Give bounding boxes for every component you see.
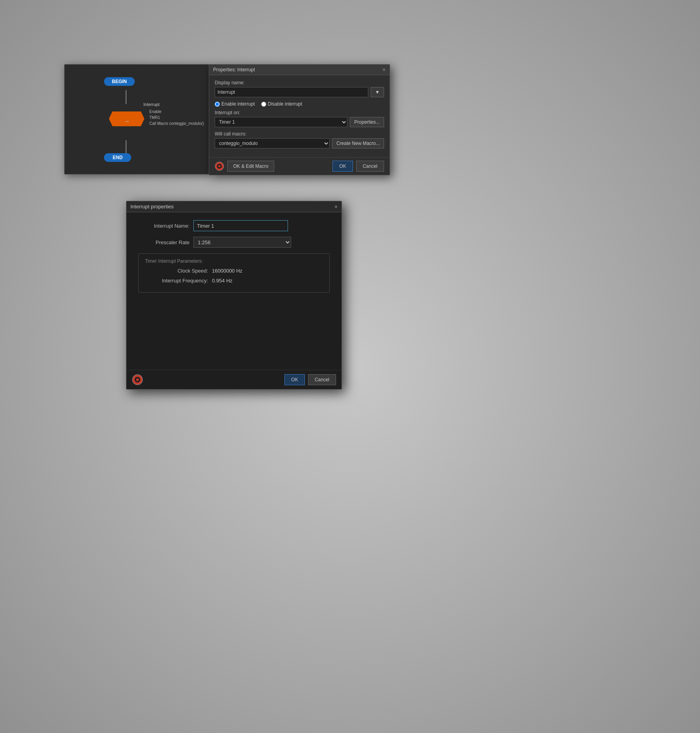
- interrupt-name-input[interactable]: [193, 220, 288, 231]
- clock-speed-value: 16000000 Hz: [212, 268, 242, 274]
- interrupt-properties-dialog: Interrupt properties × Interrupt Name: P…: [126, 201, 342, 390]
- display-name-input[interactable]: [215, 87, 368, 97]
- begin-node: BEGIN: [104, 77, 135, 86]
- props-dialog-titlebar: Properties: Interrupt ×: [209, 65, 390, 75]
- properties-interrupt-dialog: Properties: Interrupt × Display name: ▼ …: [209, 64, 390, 175]
- props-dialog-close-button[interactable]: ×: [382, 67, 386, 72]
- disable-interrupt-radio[interactable]: [261, 102, 266, 107]
- clock-speed-label: Clock Speed:: [145, 268, 208, 274]
- prescaler-rate-wrapper: 1:256: [193, 237, 291, 248]
- interrupt-props-footer: OK Cancel: [126, 370, 342, 389]
- interrupt-name-label: Interrupt Name:: [138, 223, 189, 229]
- flow-diagram-area: BEGIN Interrupt → Enable TMR1 Call Macro…: [65, 65, 210, 175]
- interrupt-props-title: Interrupt properties: [130, 204, 174, 210]
- display-name-dropdown-btn[interactable]: ▼: [371, 87, 384, 97]
- will-call-macro-wrapper: conteggio_modulo Create New Macro...: [215, 138, 384, 148]
- create-new-macro-button[interactable]: Create New Macro...: [332, 138, 384, 148]
- interrupt-properties-button[interactable]: Properties...: [350, 117, 384, 127]
- interrupt-on-label: Interrupt on:: [215, 110, 384, 115]
- props-dialog-body: Display name: ▼ Enable interrupt Disable…: [209, 75, 390, 157]
- interrupt-on-select[interactable]: Timer 1: [215, 117, 347, 127]
- props-cancel-button[interactable]: Cancel: [356, 161, 384, 172]
- interrupt-props-body: Interrupt Name: Prescaler Rate 1:256 Tim…: [126, 212, 342, 370]
- prescaler-rate-label: Prescaler Rate: [138, 239, 189, 245]
- interrupt-props-close-button[interactable]: ×: [334, 204, 338, 210]
- flow-connector-mid: [126, 140, 126, 154]
- flow-connector-top: [126, 90, 126, 104]
- top-canvas-area: BEGIN Interrupt → Enable TMR1 Call Macro…: [64, 64, 209, 174]
- interrupt-name-row: Interrupt Name:: [138, 220, 330, 231]
- interrupt-props-ok-button[interactable]: OK: [284, 374, 305, 385]
- display-name-label: Display name:: [215, 80, 384, 85]
- clock-speed-row: Clock Speed: 16000000 Hz: [145, 268, 323, 274]
- interrupt-freq-row: Interrupt Frequency: 0.954 Hz: [145, 278, 323, 284]
- end-node: END: [104, 153, 131, 162]
- interrupt-flow-label: Interrupt: [143, 102, 160, 107]
- ok-edit-macro-button[interactable]: OK & Edit Macro: [227, 161, 274, 172]
- interrupt-freq-value: 0.954 Hz: [212, 278, 232, 284]
- prescaler-rate-row: Prescaler Rate 1:256: [138, 237, 330, 248]
- interrupt-on-row: Interrupt on: Timer 1 Properties...: [215, 110, 384, 127]
- interrupt-freq-label: Interrupt Frequency:: [145, 278, 208, 284]
- svg-point-2: [218, 165, 221, 167]
- enable-interrupt-radio[interactable]: [215, 102, 220, 107]
- enable-interrupt-radio-label[interactable]: Enable interrupt: [215, 101, 255, 107]
- interrupt-props-icon: [132, 374, 143, 385]
- prescaler-rate-select[interactable]: 1:256: [193, 237, 291, 248]
- props-dialog-title: Properties: Interrupt: [213, 67, 255, 72]
- flow-arrow: →: [124, 118, 130, 125]
- timer-params-box: Timer Interrupt Parameters: Clock Speed:…: [138, 253, 330, 293]
- enable-disable-row: Enable interrupt Disable interrupt: [215, 101, 384, 107]
- will-call-macro-row: Will call macro: conteggio_modulo Create…: [215, 131, 384, 148]
- disable-interrupt-radio-label[interactable]: Disable interrupt: [261, 101, 302, 107]
- will-call-macro-select[interactable]: conteggio_modulo: [215, 138, 330, 148]
- props-ok-button[interactable]: OK: [332, 161, 353, 172]
- display-name-input-wrapper: ▼: [215, 87, 384, 97]
- interrupt-on-wrapper: Timer 1 Properties...: [215, 117, 384, 127]
- svg-point-5: [136, 379, 139, 381]
- interrupt-props-titlebar: Interrupt properties ×: [126, 201, 342, 212]
- props-dialog-footer: OK & Edit Macro OK Cancel: [209, 157, 390, 175]
- timer-params-title: Timer Interrupt Parameters:: [145, 258, 323, 264]
- props-dialog-icon: [215, 161, 224, 171]
- display-name-row: Display name: ▼: [215, 80, 384, 97]
- will-call-macro-label: Will call macro:: [215, 131, 384, 137]
- flow-node-description: Enable TMR1 Call Macro conteggio_modulo(…: [149, 109, 204, 126]
- interrupt-props-cancel-button[interactable]: Cancel: [308, 374, 336, 385]
